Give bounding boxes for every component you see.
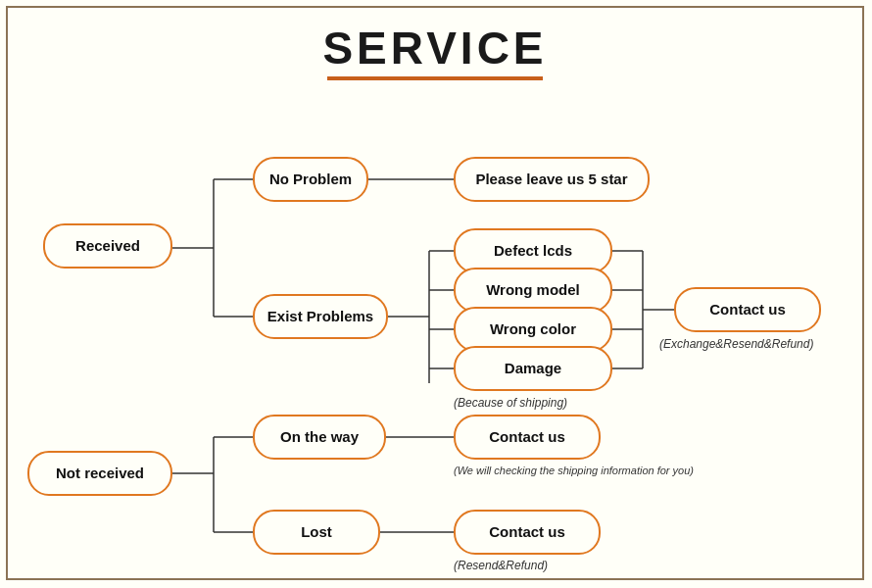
exist-problems-node: Exist Problems xyxy=(253,294,388,339)
not-received-node: Not received xyxy=(27,451,172,496)
note-checking: (We will checking the shipping informati… xyxy=(454,465,694,476)
received-node: Received xyxy=(43,223,172,269)
damage-node: Damage xyxy=(454,346,612,391)
note-resend: (Resend&Refund) xyxy=(454,559,548,572)
title-underline xyxy=(327,76,543,80)
on-the-way-node: On the way xyxy=(253,415,386,460)
contact-us-3-node: Contact us xyxy=(454,510,601,555)
please-star-node: Please leave us 5 star xyxy=(454,157,650,202)
note-shipping: (Because of shipping) xyxy=(454,396,567,410)
page-title: SERVICE xyxy=(8,8,862,71)
lost-node: Lost xyxy=(253,510,380,555)
contact-us-1-node: Contact us xyxy=(674,287,821,332)
contact-us-2-node: Contact us xyxy=(454,415,601,460)
no-problem-node: No Problem xyxy=(253,157,368,202)
note-exchange: (Exchange&Resend&Refund) xyxy=(659,337,813,351)
